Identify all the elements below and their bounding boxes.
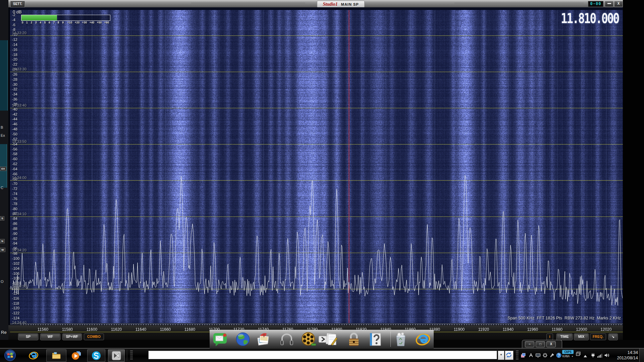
waterfall-timestamp: 14:33:30: [12, 67, 26, 71]
time-button[interactable]: TIME: [557, 334, 572, 340]
ime-language-icon[interactable]: [528, 353, 534, 358]
titlebar-grip: [454, 3, 584, 5]
bgwin-button-w[interactable]: W: [0, 248, 5, 252]
sync-button[interactable]: [505, 351, 514, 360]
db-axis-label: -64: [12, 167, 17, 171]
s-meter-scale-label: +40: [90, 21, 94, 24]
taskbar: ▼ CAPS KANA ▾: [0, 349, 644, 362]
view-button-sp[interactable]: SP: [18, 334, 38, 340]
headphones-icon[interactable]: [279, 331, 294, 347]
db-axis-label: -44: [12, 117, 17, 121]
db-axis-label: -74: [12, 192, 17, 196]
caps-indicator[interactable]: CAPS: [562, 350, 574, 354]
settings-button[interactable]: SETT.: [11, 1, 24, 7]
frequency-readout[interactable]: 11.810.000: [561, 11, 619, 26]
display-monitor-icon[interactable]: [535, 353, 541, 358]
frequency-axis-label: 11920: [476, 327, 492, 332]
address-input[interactable]: [148, 351, 497, 359]
desktop-icon-label[interactable]: Re: [1, 330, 7, 335]
status-line: Span 500 KHz FFT 1826 Pts RBW 273.82 Hz …: [507, 316, 621, 320]
s-meter-scale-label: 9: [62, 21, 64, 24]
db-axis-label: -90: [12, 232, 17, 236]
taskbar-skype-icon[interactable]: [87, 349, 105, 362]
bgwin-maximize-button[interactable]: □: [536, 341, 545, 347]
dock-separator: [390, 331, 391, 347]
s-meter-scale-label: 6: [49, 21, 50, 24]
window-restore-icon[interactable]: [576, 351, 581, 357]
frequency-axis-label: 12020: [598, 327, 614, 332]
background-panel-2: [0, 144, 7, 188]
db-axis-label: -26: [12, 72, 17, 76]
desktop-right-strip: [623, 0, 644, 349]
frequency-axis-label: 11600: [84, 327, 100, 332]
db-axis-label: -106: [12, 272, 19, 276]
app-title: Studio1: [323, 2, 337, 7]
help-tray-icon[interactable]: [556, 353, 561, 358]
studio1-window: Studio1MAIN SP SETT. 0-00 X -2-4-6-8-10-…: [8, 0, 623, 340]
frequency-axis-label: 11580: [59, 327, 75, 332]
internet-explorer-icon[interactable]: [415, 331, 431, 347]
bgwin-label: B: [1, 125, 3, 129]
show-desktop-button[interactable]: [639, 349, 644, 362]
db-axis-label: -40: [12, 107, 17, 111]
close-button[interactable]: X: [614, 1, 623, 7]
spectrum-waterfall-canvas[interactable]: [10, 10, 623, 323]
taskbar-grip[interactable]: [130, 351, 133, 360]
media-reel-icon[interactable]: [301, 331, 317, 347]
photos-icon[interactable]: [256, 331, 271, 347]
titlebar[interactable]: Studio1MAIN SP SETT. 0-00 X: [8, 0, 623, 7]
bgwin-button-n[interactable]: N: [0, 239, 5, 243]
network-signal-icon[interactable]: [597, 353, 602, 358]
chat-mail-icon[interactable]: [212, 331, 228, 347]
db-axis-label: -104: [12, 266, 19, 270]
db-axis-label: -122: [12, 311, 19, 315]
frequency-axis-label: 11960: [525, 327, 541, 332]
minimize-button[interactable]: [605, 1, 613, 7]
help-box-icon[interactable]: [368, 331, 383, 347]
view-button-spwf[interactable]: SP+WF: [63, 334, 82, 340]
kana-indicator[interactable]: KANA ▾: [562, 355, 574, 358]
taskbar-internet-explorer-icon[interactable]: [26, 349, 41, 361]
show-hidden-icons-chevron[interactable]: [583, 353, 588, 359]
s-meter-scale-label: +30: [82, 21, 87, 24]
cleaner-brush-icon[interactable]: [549, 353, 555, 358]
bgwin-close-button[interactable]: X: [546, 341, 556, 347]
view-button-combo[interactable]: COMBO: [84, 334, 104, 340]
view-title: MAIN SP: [341, 2, 359, 6]
db-axis-label: -22: [12, 62, 17, 66]
db-axis-label: -56: [12, 147, 17, 151]
speaker-volume-icon[interactable]: [604, 353, 609, 358]
bgwin-minimize-button[interactable]: –: [525, 341, 534, 347]
globe-browser-icon[interactable]: [235, 331, 251, 347]
taskbar-gray-app-icon[interactable]: [108, 349, 125, 362]
mix-button[interactable]: MIX: [574, 334, 588, 340]
taskbar-file-explorer-icon[interactable]: [46, 349, 66, 362]
bgwin-button-s[interactable]: S: [0, 216, 4, 221]
safely-remove-icon[interactable]: [590, 353, 596, 358]
address-dropdown-button[interactable]: ▼: [498, 351, 504, 360]
lock-icon[interactable]: [346, 331, 362, 347]
taskbar-clock[interactable]: 14:34 2012/08/14: [610, 350, 638, 361]
info-button[interactable]: i: [547, 334, 553, 340]
layered-windows-icon[interactable]: [521, 353, 526, 358]
ime-status[interactable]: CAPS KANA ▾: [562, 350, 574, 361]
s-meter-scale: S123456789+10+20+30+40+50+60: [21, 21, 122, 24]
db-axis-label: -16: [12, 48, 17, 52]
documents-pen-icon[interactable]: [324, 331, 339, 347]
clock-time: 14:34: [610, 350, 638, 355]
s-meter-fill: [21, 15, 57, 20]
s-meter-scale-label: 1: [26, 21, 28, 24]
bgwin-button-ex[interactable]: EX: [0, 167, 6, 171]
start-button[interactable]: [3, 349, 17, 361]
db-axis-label: -66: [12, 172, 17, 176]
view-button-wf[interactable]: WF: [41, 334, 60, 340]
resize-arrow-button[interactable]: ↘: [609, 334, 618, 340]
bgwin-label: C: [1, 186, 3, 190]
taskbar-media-player-icon[interactable]: [69, 349, 84, 361]
tray-grip[interactable]: [516, 351, 519, 360]
bgwin-label: O: [1, 280, 4, 284]
db-axis-label: -28: [12, 77, 17, 81]
recycle-bin-icon[interactable]: [393, 331, 409, 347]
gear-icon[interactable]: [542, 353, 548, 358]
freq-button[interactable]: FREQ.: [590, 334, 606, 340]
